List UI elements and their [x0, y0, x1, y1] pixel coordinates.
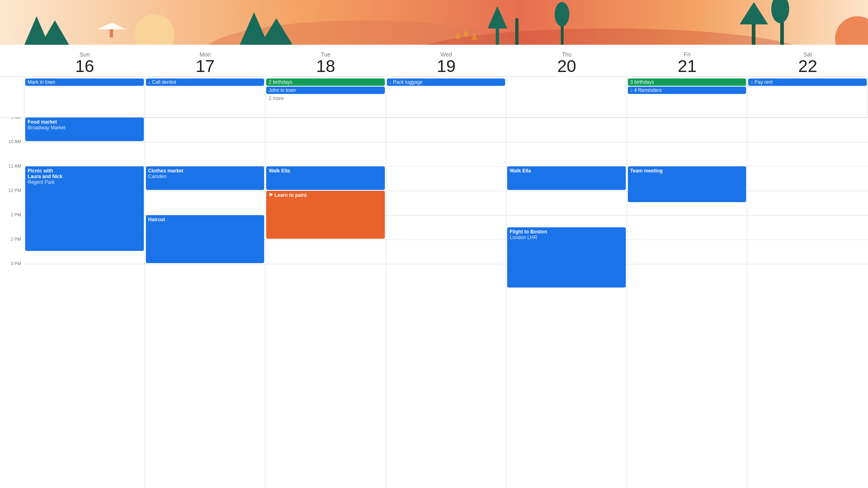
- day-headers: Sun 16 Mon 17 Tue 18 Wed 19 Thu 20 Fri 2…: [0, 45, 868, 77]
- day-header-sat: Sat 22: [747, 48, 868, 76]
- event-mark-in-town[interactable]: Mark in town: [25, 78, 144, 86]
- all-day-cell-sat: ↓ Pay rent: [747, 77, 868, 117]
- more-link-tue[interactable]: 2 more: [266, 95, 385, 102]
- event-clothes-market[interactable]: Clothes market Camden: [146, 166, 265, 190]
- timed-area: 9 AM 10 AM 11 AM 12 PM 1 PM 2 PM 3 PM Fo…: [0, 118, 868, 488]
- svg-point-14: [555, 2, 569, 26]
- all-day-row: Mark in town ↓ Call dentist 2 birthdays …: [0, 77, 868, 118]
- time-label-10am: 10 AM: [0, 139, 24, 163]
- header-illustration: [0, 0, 868, 45]
- event-3-birthdays[interactable]: 3 birthdays: [628, 78, 746, 86]
- day-number-sun: 16: [26, 58, 143, 75]
- all-day-cell-mon: ↓ Call dentist: [145, 77, 266, 117]
- all-day-gutter: [0, 77, 24, 117]
- day-header-tue: Tue 18: [265, 48, 386, 76]
- time-label-9am: 9 AM: [0, 118, 24, 139]
- event-4-reminders[interactable]: ↓ 4 Reminders: [628, 87, 746, 94]
- svg-rect-7: [110, 29, 113, 37]
- timed-col-thu: Walk Ella Flight to Boston London LHR: [506, 118, 627, 488]
- day-number-mon: 17: [147, 58, 264, 75]
- event-haircut[interactable]: Haircut: [146, 215, 265, 263]
- timed-col-mon: Clothes market Camden Haircut: [145, 118, 266, 488]
- day-header-thu: Thu 20: [506, 48, 627, 76]
- all-day-cell-thu: [506, 77, 627, 117]
- time-labels: 9 AM 10 AM 11 AM 12 PM 1 PM 2 PM 3 PM: [0, 118, 24, 488]
- day-number-fri: 21: [629, 58, 746, 75]
- event-walk-ella-thu[interactable]: Walk Ella: [507, 166, 626, 190]
- event-2-birthdays[interactable]: 2 birthdays: [266, 78, 385, 86]
- event-pack-luggage[interactable]: ↓ Pack luggage: [387, 78, 506, 86]
- event-learn-to-paint[interactable]: ⚑ Learn to paint: [266, 191, 385, 239]
- day-number-sat: 22: [749, 58, 866, 75]
- day-header-wed: Wed 19: [386, 48, 507, 76]
- day-number-thu: 20: [508, 58, 625, 75]
- day-header-sun: Sun 16: [24, 48, 145, 76]
- timed-col-tue: Walk Ella ⚑ Learn to paint: [265, 118, 386, 488]
- timed-col-wed: [386, 118, 507, 488]
- day-header-fri: Fri 21: [627, 48, 748, 76]
- event-picnic[interactable]: Picnic with Laura and Nick Regent Park: [25, 166, 144, 251]
- time-label-3pm: 3 PM: [0, 261, 24, 285]
- event-walk-ella-tue[interactable]: Walk Ella: [266, 166, 385, 190]
- all-day-cell-sun: Mark in town: [24, 77, 145, 117]
- time-label-1pm: 1 PM: [0, 212, 24, 237]
- time-gutter-header: [0, 48, 24, 76]
- timed-col-sun: Food market Broadway Market Picnic with …: [24, 118, 145, 488]
- time-label-11am: 11 AM: [0, 163, 24, 188]
- event-john-in-town[interactable]: John in town: [266, 87, 385, 94]
- timed-col-fri: Team meeting: [627, 118, 748, 488]
- svg-rect-12: [515, 18, 519, 45]
- calendar-container: Sun 16 Mon 17 Tue 18 Wed 19 Thu 20 Fri 2…: [0, 45, 868, 488]
- event-pay-rent[interactable]: ↓ Pay rent: [748, 78, 867, 86]
- all-day-cell-fri: 3 birthdays ↓ 4 Reminders: [627, 77, 748, 117]
- time-label-2pm: 2 PM: [0, 237, 24, 261]
- all-day-cell-wed: ↓ Pack luggage: [386, 77, 507, 117]
- all-day-cell-tue: 2 birthdays John in town 2 more: [265, 77, 386, 117]
- time-label-12pm: 12 PM: [0, 188, 24, 212]
- event-call-dentist[interactable]: ↓ Call dentist: [146, 78, 265, 86]
- day-number-tue: 18: [267, 58, 384, 75]
- event-flight-to-boston[interactable]: Flight to Boston London LHR: [507, 227, 626, 288]
- day-header-mon: Mon 17: [145, 48, 266, 76]
- timed-col-sat: [747, 118, 868, 488]
- day-number-wed: 19: [388, 58, 505, 75]
- event-team-meeting[interactable]: Team meeting: [628, 166, 746, 202]
- event-food-market[interactable]: Food market Broadway Market: [25, 118, 144, 141]
